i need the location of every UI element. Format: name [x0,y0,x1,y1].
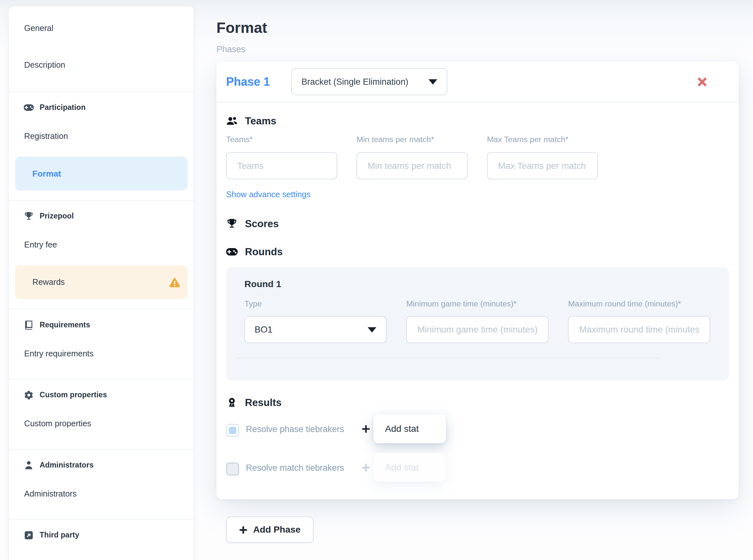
sidebar-section-requirements: Requirements Entry requirements [9,309,194,380]
resolve-match-tiebreakers-row: Resolve match tiebrakers Add stat [226,461,729,482]
sidebar-header-label: Third party [40,531,79,539]
field-label: Min teams per match* [357,135,468,144]
book-icon [24,320,34,330]
show-advance-settings-link[interactable]: Show advance settings [226,190,310,200]
round-title: Round 1 [244,279,710,290]
sidebar-section-third-party: Third party Webhooks [9,520,194,560]
sidebar-section-participation: Participation Registration Format [9,92,194,201]
administrator-icon [24,460,34,470]
sidebar-item-general[interactable]: General [9,10,194,47]
checkbox-fill [229,427,237,434]
phase-name: Phase 1 [226,75,291,88]
add-stat-control-disabled: Add stat [361,453,446,482]
settings-sidebar: General Description Participation Regist… [8,6,195,560]
sidebar-header-label: Prizepool [40,212,74,220]
max-teams-per-match-input[interactable] [487,153,598,179]
phase-format-select[interactable]: Bracket (Single Elimination) [291,68,448,95]
trophy-icon [226,218,238,230]
resolve-phase-tiebreakers-row: Resolve phase tiebrakers Add stat [226,422,729,443]
remove-phase-button[interactable] [697,76,708,87]
sidebar-item-custom-properties[interactable]: Custom properties [9,406,194,442]
sidebar-header-label: Participation [40,103,86,112]
sidebar-item-registration[interactable]: Registration [9,118,194,155]
maximum-round-time-input[interactable] [568,316,710,343]
scores-section-heading: Scores [226,218,729,230]
results-section-heading: Results [226,397,729,408]
sidebar-header-label: Requirements [40,321,90,329]
page-title: Format [217,19,753,37]
sidebar-header-third-party: Third party [9,524,194,546]
sidebar-header-administrators: Administrators [9,454,194,476]
external-link-icon [24,530,34,540]
rounds-section-title: Rounds [245,246,283,258]
resolve-phase-tiebreakers-label: Resolve phase tiebrakers [246,422,355,437]
sidebar-item-label: Rewards [33,277,65,287]
sidebar-section-general: General Description [9,6,194,92]
phase-format-selected-value: Bracket (Single Elimination) [302,77,408,87]
sidebar-item-webhooks[interactable]: Webhooks [9,546,194,560]
resolve-phase-tiebreakers-checkbox[interactable] [226,424,239,437]
sidebar-item-label: Registration [24,132,68,141]
sidebar-item-label: Entry fee [24,240,57,250]
phase-card-header: Phase 1 Bracket (Single Elimination) [217,62,739,102]
round-type-selected-value: BO1 [255,324,273,335]
add-phase-label: Add Phase [253,524,301,535]
sidebar-header-requirements: Requirements [9,314,194,335]
sidebar-item-label: Description [24,61,65,70]
add-stat-control: Add stat [361,414,446,443]
add-phase-button[interactable]: Add Phase [226,517,314,543]
warning-icon [169,276,181,288]
resolve-match-tiebreakers-checkbox[interactable] [226,463,239,476]
medal-icon [226,397,238,408]
sidebar-item-entry-fee[interactable]: Entry fee [9,227,194,264]
sidebar-header-label: Custom properties [40,391,107,399]
add-stat-button-disabled: Add stat [373,453,446,482]
minimum-game-time-input[interactable] [406,316,549,343]
plus-icon [361,463,371,472]
plus-icon [239,525,248,534]
tournament-settings-page: General Description Participation Regist… [0,0,753,560]
plus-icon [361,424,371,433]
sidebar-item-label: Custom properties [24,419,91,429]
field-label: Type [244,299,386,309]
sidebar-item-label: General [24,24,54,34]
phase-card-body: Teams Teams* Min teams per match* Max Te… [217,102,739,499]
sidebar-section-prizepool: Prizepool Entry fee Rewards [9,201,194,309]
gamepad-icon [24,102,34,113]
users-icon [226,115,238,127]
sidebar-item-format[interactable]: Format [15,157,188,191]
phase-card: Phase 1 Bracket (Single Elimination) Tea… [217,62,739,499]
teams-input[interactable] [226,153,337,179]
sidebar-item-entry-requirements[interactable]: Entry requirements [9,335,194,372]
min-teams-per-match-input[interactable] [357,153,468,179]
round-panel: Round 1 Type Minimum game time (minutes)… [226,267,729,381]
phases-label: Phases [217,44,753,55]
sidebar-header-participation: Participation [9,97,194,118]
gear-icon [24,390,34,400]
round-field-labels: Type Minimum game time (minutes)* Maximu… [244,290,710,309]
round-type-select[interactable]: BO1 [244,316,386,343]
divider [236,358,659,358]
sidebar-item-label: Administrators [24,489,77,499]
sidebar-item-label: Format [33,168,61,179]
sidebar-header-label: Administrators [40,461,94,469]
sidebar-header-custom-properties: Custom properties [9,384,194,406]
field-label: Minimum game time (minutes)* [406,299,549,309]
gamepad-icon [226,246,238,258]
resolve-match-tiebreakers-label: Resolve match tiebrakers [246,461,355,476]
teams-section-title: Teams [245,115,276,127]
scores-section-title: Scores [245,218,279,230]
sidebar-section-administrators: Administrators Administrators [9,449,194,520]
sidebar-item-administrators[interactable]: Administrators [9,476,194,512]
format-settings-main: Format Phases Phase 1 Bracket (Single El… [195,0,753,543]
field-label: Teams* [226,135,337,144]
results-section-title: Results [245,397,282,408]
teams-section-heading: Teams [226,115,729,127]
sidebar-item-description[interactable]: Description [9,47,194,84]
sidebar-header-prizepool: Prizepool [9,205,194,227]
add-stat-button[interactable]: Add stat [373,414,446,443]
teams-fields-labels: Teams* Min teams per match* Max Teams pe… [226,127,729,144]
chevron-down-icon [429,79,437,84]
sidebar-item-rewards[interactable]: Rewards [15,265,188,299]
sidebar-section-custom-properties: Custom properties Custom properties [9,380,194,450]
